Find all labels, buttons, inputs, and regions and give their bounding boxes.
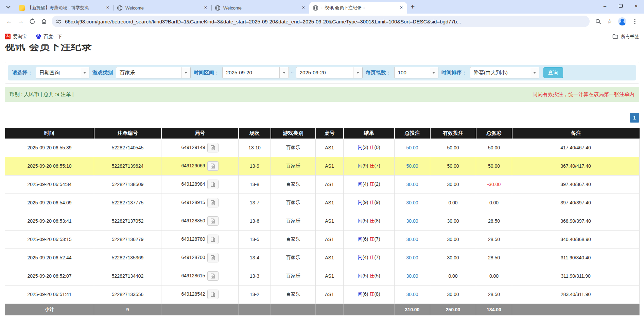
video-replay-button[interactable] (207, 180, 219, 189)
summary-empty (239, 304, 271, 315)
table-row: 2025-09-20 06:52:07 522827134402 6491286… (5, 267, 640, 285)
cell-game-type: 百家乐 (271, 267, 316, 285)
window-close-button[interactable]: × (628, 0, 644, 12)
sort-select[interactable]: 降幂(由大到小) (470, 67, 539, 78)
profile-avatar[interactable] (618, 17, 626, 25)
menu-button[interactable] (629, 16, 641, 27)
video-replay-button[interactable] (207, 198, 219, 207)
tab-title: Welcome (223, 5, 300, 11)
cell-total-bet-link[interactable]: 30.00 (395, 212, 430, 230)
cell-table-no: AS1 (316, 194, 344, 212)
close-tab-icon[interactable]: × (300, 5, 307, 11)
url-text[interactable]: 66cxkj98.com/game/betrecord_search/kind3… (65, 19, 586, 24)
chevron-down-icon (6, 6, 11, 8)
close-tab-icon[interactable]: × (203, 5, 209, 11)
banker-score: (5) (374, 273, 380, 278)
dropdown-arrow-icon[interactable] (429, 67, 438, 78)
date-range-tilde: ~ (291, 70, 294, 76)
player-score: (9) (362, 200, 368, 205)
bookmark-taobao[interactable]: 淘 爱淘宝 (5, 34, 27, 40)
col-table-no: 桌号 (316, 128, 344, 139)
video-file-icon (210, 163, 216, 169)
back-button[interactable]: ← (3, 16, 15, 27)
bookmark-star-button[interactable]: ☆ (604, 16, 615, 27)
player-label: 闲 (358, 255, 362, 260)
video-replay-button[interactable] (207, 161, 219, 171)
maximize-button[interactable] (613, 0, 628, 12)
video-replay-button[interactable] (207, 216, 219, 226)
forward-button[interactable]: → (15, 16, 27, 27)
cell-total-bet-link[interactable]: 30.00 (395, 249, 430, 267)
new-tab-button[interactable]: + (411, 3, 415, 11)
tab-bet-records-active[interactable]: :::视讯 会员下注纪录::: × (309, 2, 407, 14)
video-replay-button[interactable] (207, 235, 219, 244)
bookmark-baidu[interactable]: 百度一下 (36, 34, 62, 40)
video-replay-button[interactable] (207, 143, 219, 152)
cell-total-bet-link[interactable]: 50.00 (395, 157, 430, 175)
player-score: (4) (362, 181, 368, 187)
page-number-button[interactable]: 1 (630, 113, 639, 123)
date-end-input[interactable]: 2025-09-20 (296, 67, 363, 78)
tab-title: 【新提醒】海燕论坛 - 博学交流 (28, 5, 105, 11)
player-score: (5) (362, 218, 368, 223)
game-type-value: 百家乐 (116, 67, 181, 78)
video-replay-button[interactable] (207, 253, 219, 262)
cell-payout: 28.50 (476, 285, 512, 304)
valid-bet-note-text: 同局有效投注，统一计算在该局第一张注单内 (533, 91, 634, 98)
table-row: 2025-09-20 06:53:41 522827137052 6491288… (5, 212, 640, 230)
cell-round-id: 649128615 (161, 267, 239, 285)
summary-valid-bet: 250.00 (430, 304, 476, 315)
date-start-input[interactable]: 2025-09-20 (222, 67, 289, 78)
game-type-select[interactable]: 百家乐 (116, 67, 191, 78)
maximize-icon (619, 4, 623, 8)
cell-note: 311.90/340.40 (512, 249, 640, 267)
video-replay-button[interactable] (207, 271, 219, 281)
cell-total-bet-link[interactable]: 30.00 (395, 267, 430, 285)
cell-total-bet-link[interactable]: 30.00 (395, 175, 430, 194)
filter-panel: 请选择： 日期查询 游戏类别 百家乐 时间区间： 2025-09-20 ~ 20… (5, 62, 639, 84)
tab-welcome-2[interactable]: Welcome × (211, 2, 309, 14)
cell-result: 闲(5) 庄(8) (344, 212, 395, 230)
cell-valid-bet: 0.00 (430, 194, 476, 212)
search-button[interactable] (592, 16, 604, 27)
cell-valid-bet: 30.00 (430, 175, 476, 194)
col-game-type: 游戏类别 (271, 128, 316, 139)
cell-result: 闲(5) 庄(5) (344, 267, 395, 285)
table-header: 时间 注单编号 局号 场次 游戏类别 桌号 结果 总投注 有效投注 总派彩 备注 (5, 128, 640, 139)
all-bookmarks[interactable]: 所有书签 (606, 33, 639, 40)
video-replay-button[interactable] (207, 290, 219, 299)
site-settings-icon[interactable] (56, 19, 62, 24)
cell-total-bet-link[interactable]: 30.00 (395, 230, 430, 249)
tab-forum[interactable]: 【新提醒】海燕论坛 - 博学交流 × (16, 2, 114, 14)
dropdown-arrow-icon[interactable] (80, 67, 89, 78)
cell-total-bet-link[interactable]: 50.00 (395, 139, 430, 157)
minimize-button[interactable]: – (597, 0, 613, 12)
reload-button[interactable] (27, 16, 38, 27)
dropdown-arrow-icon[interactable] (530, 67, 539, 78)
tab-welcome-1[interactable]: Welcome × (114, 2, 211, 14)
col-round-id: 局号 (161, 128, 239, 139)
url-bar[interactable]: 66cxkj98.com/game/betrecord_search/kind3… (52, 16, 590, 27)
home-button[interactable] (38, 16, 50, 27)
query-button[interactable]: 查询 (543, 67, 563, 78)
baidu-paw-icon (36, 34, 41, 39)
sort-value: 降幂(由大到小) (470, 67, 530, 78)
round-id-text: 649128984 (181, 181, 205, 187)
cell-total-bet-link[interactable]: 30.00 (395, 285, 430, 304)
close-tab-icon[interactable]: × (105, 5, 111, 11)
cell-total-bet-link[interactable]: 30.00 (395, 194, 430, 212)
page-size-select[interactable]: 100 (394, 67, 438, 78)
banker-score: (0) (374, 145, 380, 150)
tab-search-button[interactable] (3, 2, 13, 12)
dropdown-arrow-icon[interactable] (353, 67, 362, 78)
table-row: 2025-09-20 06:52:44 522827135369 6491287… (5, 249, 640, 267)
cell-payout: 0.00 (476, 267, 512, 285)
col-bet-id: 注单编号 (94, 128, 161, 139)
banker-score: (2) (374, 181, 380, 187)
summary-count: 9 (94, 304, 161, 315)
dropdown-arrow-icon[interactable] (181, 67, 190, 78)
query-type-select[interactable]: 日期查询 (36, 67, 89, 78)
dropdown-arrow-icon[interactable] (279, 67, 289, 78)
close-tab-icon[interactable]: × (398, 5, 404, 11)
table-row: 2025-09-20 06:53:15 522827136279 6491287… (5, 230, 640, 249)
